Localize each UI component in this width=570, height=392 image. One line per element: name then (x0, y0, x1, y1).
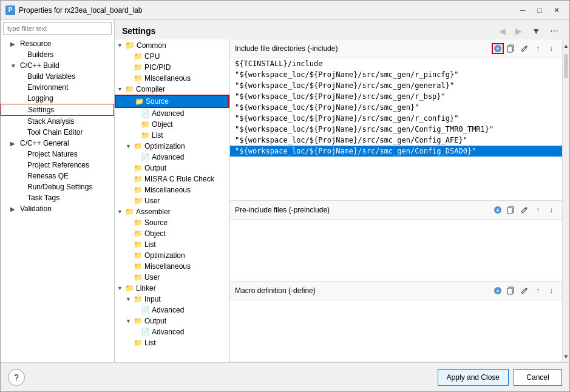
mid-item-compiler[interactable]: ▼ 📁 Compiler (115, 84, 229, 95)
nav-menu-button[interactable]: ▼ (528, 25, 544, 37)
maximize-button[interactable]: □ (532, 4, 548, 16)
sidebar-item-cpp-general[interactable]: ▶ C/C++ General (1, 138, 114, 149)
mid-item-advanced-comp[interactable]: 📄 Advanced (115, 108, 229, 119)
svg-rect-3 (507, 46, 512, 52)
mid-item-object[interactable]: 📁 Object (115, 119, 229, 130)
mid-item-label: Optimization (144, 251, 185, 260)
sidebar-item-cpp-build[interactable]: ▼ C/C++ Build (1, 60, 114, 71)
minimize-button[interactable]: ─ (515, 4, 531, 16)
mid-item-source[interactable]: 📁 Source (115, 95, 229, 108)
nav-back-button[interactable]: ◀ (495, 25, 509, 37)
mid-item-label: Output (144, 164, 166, 172)
nav-more-button[interactable]: ⋯ (546, 25, 562, 37)
mid-item-linker[interactable]: ▼ 📁 Linker (115, 283, 229, 294)
include-down-button[interactable]: ↓ (545, 43, 557, 54)
cancel-button[interactable]: Cancel (514, 369, 562, 386)
mid-item-user[interactable]: 📁 User (115, 195, 229, 206)
scrollbar[interactable]: ▲ ▼ (562, 39, 569, 362)
svg-rect-7 (507, 208, 512, 214)
macro-copy-button[interactable] (505, 285, 517, 296)
window-title: Properties for rx23ea_local_board_lab (19, 6, 142, 15)
mid-item-label: Miscellaneous (144, 262, 191, 271)
include-edit-button[interactable] (518, 43, 531, 54)
include-add-button[interactable]: + (492, 43, 504, 54)
mid-item-asm-source[interactable]: 📁 Source (115, 217, 229, 228)
sidebar-item-builders[interactable]: Builders (1, 49, 114, 60)
sidebar-item-settings[interactable]: Settings (1, 104, 114, 116)
mid-item-misc2[interactable]: 📁 Miscellaneous (115, 184, 229, 195)
mid-item-linker-list[interactable]: 📁 List (115, 337, 229, 348)
sidebar-item-run-debug[interactable]: Run/Debug Settings (1, 181, 114, 192)
list-item[interactable]: "${workspace_loc/${ProjName}/src/smc_gen… (230, 91, 562, 102)
mid-item-label: Source (146, 97, 169, 106)
mid-item-picpid[interactable]: 📁 PIC/PID (115, 62, 229, 73)
mid-item-advanced-opt[interactable]: 📄 Advanced (115, 152, 229, 163)
mid-item-assembler[interactable]: ▼ 📁 Assembler (115, 206, 229, 217)
scroll-thumb[interactable] (564, 54, 568, 78)
sidebar-item-task-tags[interactable]: Task Tags (1, 192, 114, 203)
help-button[interactable]: ? (8, 369, 25, 386)
bottom-bar: ? Apply and Close Cancel (1, 362, 569, 391)
preinclude-down-button[interactable]: ↓ (545, 204, 557, 215)
include-label: Include file directories (-include) (235, 44, 338, 53)
mid-item-asm-misc[interactable]: 📁 Miscellaneous (115, 261, 229, 272)
preinclude-up-button[interactable]: ↑ (532, 204, 544, 215)
mid-item-linker-output-advanced[interactable]: 📄 Advanced (115, 326, 229, 337)
preinclude-copy-button[interactable] (505, 204, 517, 215)
mid-item-misra[interactable]: 📁 MISRA C Rule Check (115, 174, 229, 184)
close-button[interactable]: ✕ (549, 4, 565, 16)
list-item[interactable]: "${workspace_loc/${ProjName}/src/smc_gen… (230, 113, 562, 124)
edit-icon (520, 44, 529, 53)
list-item[interactable]: "${workspace_loc/${ProjName}/src/smc_gen… (230, 80, 562, 91)
mid-item-linker-input[interactable]: ▼ 📁 Input (115, 294, 229, 305)
macro-down-button[interactable]: ↓ (545, 285, 557, 296)
sidebar-item-validation[interactable]: ▶ Validation (1, 203, 114, 214)
mid-item-optimization[interactable]: ▼ 📁 Optimization (115, 141, 229, 152)
sidebar-item-build-vars[interactable]: Build Variables (1, 71, 114, 82)
list-item[interactable]: "${workspace_loc/${ProjName}/src/smc_gen… (230, 102, 562, 113)
mid-item-asm-user[interactable]: 📁 User (115, 272, 229, 283)
mid-item-label: List (144, 339, 156, 347)
list-item-selected[interactable]: "${workspace_loc/${ProjName}/src/smc_gen… (230, 146, 562, 157)
mid-item-linker-output[interactable]: ▼ 📁 Output (115, 316, 229, 326)
macro-add-button[interactable]: + (492, 285, 504, 296)
sidebar-item-logging[interactable]: Logging (1, 93, 114, 104)
preinclude-add-button[interactable]: + (492, 204, 504, 215)
folder-icon: 📁 (134, 240, 143, 249)
macro-up-button[interactable]: ↑ (532, 285, 544, 296)
scroll-down-button[interactable]: ▼ (563, 350, 569, 362)
copy-icon (507, 286, 515, 295)
sidebar-item-renesas-qe[interactable]: Renesas QE (1, 171, 114, 181)
list-item[interactable]: "${workspace_loc/${ProjName}/src/smc_gen… (230, 69, 562, 80)
mid-item-miscellaneous-top[interactable]: 📁 Miscellaneous (115, 73, 229, 84)
mid-item-linker-advanced[interactable]: 📄 Advanced (115, 305, 229, 316)
list-item[interactable]: "${workspace_loc/${ProjName}/src/smc_gen… (230, 124, 562, 135)
sidebar-item-resource[interactable]: ▶ Resource (1, 38, 114, 49)
filter-input[interactable] (3, 22, 112, 35)
mid-item-output[interactable]: 📁 Output (115, 163, 229, 174)
mid-item-asm-optimization[interactable]: 📁 Optimization (115, 250, 229, 261)
mid-item-asm-list[interactable]: 📁 List (115, 239, 229, 250)
scroll-up-button[interactable]: ▲ (563, 39, 569, 52)
mid-item-list[interactable]: 📁 List (115, 130, 229, 141)
add-icon: + (494, 286, 502, 295)
include-copy-button[interactable] (505, 43, 517, 54)
nav-forward-button[interactable]: ▶ (512, 25, 526, 37)
mid-item-cpu[interactable]: 📁 CPU (115, 51, 229, 62)
sidebar-item-tool-chain-editor[interactable]: Tool Chain Editor (1, 127, 114, 138)
sidebar-item-project-natures[interactable]: Project Natures (1, 149, 114, 160)
sidebar-item-project-references[interactable]: Project References (1, 160, 114, 171)
list-item[interactable]: "${workspace_loc/${ProjName}/src/smc_gen… (230, 135, 562, 146)
sidebar-item-label: Resource (20, 39, 51, 48)
macro-edit-button[interactable] (518, 285, 531, 296)
mid-item-common[interactable]: ▼ 📁 Common (115, 39, 229, 51)
sidebar-item-stack-analysis[interactable]: Stack Analysis (1, 116, 114, 127)
list-item[interactable]: ${TCINSTALL}/include (230, 58, 562, 69)
include-up-button[interactable]: ↑ (532, 43, 544, 54)
left-panel: ▶ Resource Builders ▼ C/C++ Build Build … (1, 20, 115, 362)
mid-item-asm-object[interactable]: 📁 Object (115, 228, 229, 239)
preinclude-edit-button[interactable] (518, 204, 531, 215)
include-section: Include file directories (-include) + (230, 39, 562, 201)
sidebar-item-environment[interactable]: Environment (1, 82, 114, 93)
apply-close-button[interactable]: Apply and Close (438, 369, 509, 386)
